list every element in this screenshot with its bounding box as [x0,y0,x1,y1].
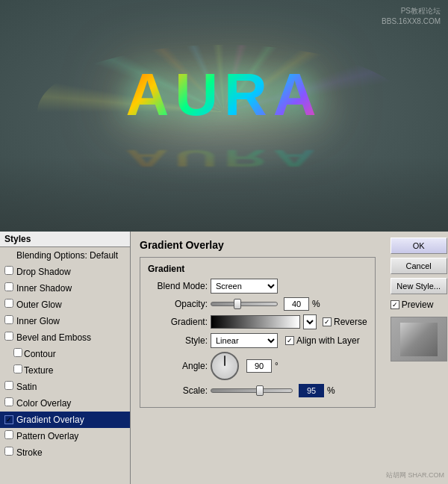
inner-glow-checkbox[interactable] [4,315,13,324]
gradient-row: Gradient: ▼ Reverse [148,314,367,329]
texture-checkbox[interactable] [13,364,22,373]
reverse-checkbox-label[interactable]: Reverse [323,317,367,327]
color-overlay-checkbox[interactable] [4,397,13,406]
cancel-button[interactable]: Cancel [391,258,447,274]
angle-label: Angle: [148,361,208,371]
sidebar-item-outer-glow[interactable]: Outer Glow [0,297,130,313]
styles-panel: Styles Blending Options: Default Drop Sh… [0,232,131,484]
gradient-overlay-checkbox[interactable] [4,415,13,424]
style-row: Style: Linear Radial Angle Reflected Dia… [148,333,367,348]
sidebar-item-blending[interactable]: Blending Options: Default [0,247,130,264]
drop-shadow-checkbox[interactable] [4,266,13,275]
opacity-input[interactable] [284,297,309,311]
sidebar-item-texture[interactable]: Texture [0,362,130,379]
watermark: PS教程论坛 BBS.16XX8.COM [382,6,441,27]
blend-mode-row: Blend Mode: Screen Normal Multiply Overl… [148,279,367,294]
gradient-section-label: Gradient [148,264,367,274]
sidebar-item-gradient-overlay[interactable]: Gradient Overlay [0,412,130,428]
gradient-section: Gradient Blend Mode: Screen Normal Multi… [140,257,376,408]
opacity-row: Opacity: % [148,297,367,311]
align-layer-text: Align with Layer [296,335,360,346]
align-layer-checkbox[interactable] [285,336,294,345]
preview-inner [400,323,438,356]
main-panel: Gradient Overlay Gradient Blend Mode: Sc… [131,232,385,484]
aura-reflection: AURA [125,144,322,172]
reverse-checkbox[interactable] [323,317,332,326]
bottom-watermark: 站胡网 SHAR.COM [386,471,444,480]
opacity-label: Opacity: [148,299,208,309]
preview-row: Preview [391,300,446,310]
scale-slider[interactable] [211,388,293,393]
degree-symbol: ° [275,361,279,371]
scale-label: Scale: [148,385,208,396]
reverse-label: Reverse [334,317,367,327]
canvas-area: PS教程论坛 BBS.16XX8.COM AURA AURA [0,0,448,232]
sidebar-item-color-overlay[interactable]: Color Overlay [0,395,130,412]
opacity-percent: % [312,299,320,309]
blend-mode-label: Blend Mode: [148,281,208,291]
outer-glow-checkbox[interactable] [4,299,13,308]
sidebar-item-inner-shadow[interactable]: Inner Shadow [0,280,130,297]
contour-checkbox[interactable] [13,348,22,357]
angle-row: Angle: ° [148,352,367,380]
angle-input[interactable] [246,359,272,373]
satin-checkbox[interactable] [4,381,13,390]
stroke-checkbox[interactable] [4,447,13,456]
dialog-area: Styles Blending Options: Default Drop Sh… [0,232,448,484]
sidebar-item-contour[interactable]: Contour [0,346,130,362]
opacity-slider[interactable] [211,302,278,306]
opacity-thumb[interactable] [234,299,241,309]
pattern-overlay-checkbox[interactable] [4,430,13,439]
right-panel: OK Cancel New Style... Preview [385,232,448,484]
sidebar-item-inner-glow[interactable]: Inner Glow [0,313,130,329]
sidebar-item-drop-shadow[interactable]: Drop Shadow [0,264,130,280]
blend-mode-select[interactable]: Screen Normal Multiply Overlay [211,279,278,294]
styles-header: Styles [0,232,130,247]
preview-box [391,317,447,362]
angle-dial[interactable] [211,352,239,380]
scale-percent: % [327,385,335,396]
align-layer-label[interactable]: Align with Layer [285,335,360,346]
inner-shadow-checkbox[interactable] [4,282,13,291]
scale-row: Scale: % [148,384,367,397]
style-label: Style: [148,335,208,346]
ok-button[interactable]: OK [391,238,447,254]
gradient-picker[interactable] [211,315,300,329]
style-select[interactable]: Linear Radial Angle Reflected Diamond [211,333,278,348]
sidebar-item-pattern-overlay[interactable]: Pattern Overlay [0,428,130,444]
sidebar-item-satin[interactable]: Satin [0,379,130,395]
panel-title: Gradient Overlay [140,239,376,251]
preview-checkbox[interactable] [391,300,399,309]
gradient-dropdown[interactable]: ▼ [303,314,317,329]
preview-label: Preview [402,300,434,310]
sidebar-item-bevel-emboss[interactable]: Bevel and Emboss [0,329,130,346]
bevel-emboss-checkbox[interactable] [4,332,13,341]
aura-text: AURA [125,60,322,129]
new-style-button[interactable]: New Style... [391,278,447,294]
gradient-label: Gradient: [148,317,208,327]
scale-thumb[interactable] [256,385,264,396]
sidebar-item-stroke[interactable]: Stroke [0,444,130,461]
scale-input[interactable] [299,384,324,397]
